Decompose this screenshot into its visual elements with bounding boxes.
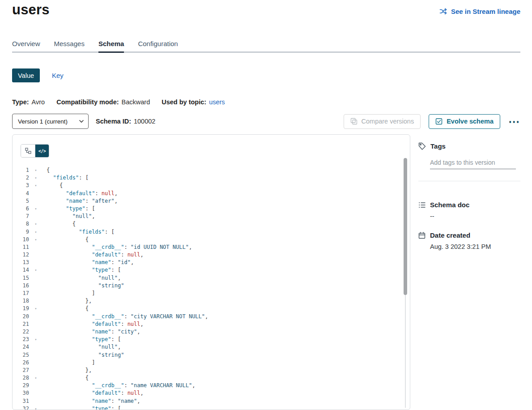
line-number: 9 bbox=[13, 228, 29, 236]
code-line: 16 "string" bbox=[13, 282, 403, 290]
fold-toggle-icon[interactable]: ▾ bbox=[33, 220, 38, 228]
code-view-button[interactable]: </> bbox=[35, 145, 49, 157]
line-number: 24 bbox=[13, 343, 29, 351]
code-line: 26 ] bbox=[13, 359, 403, 367]
line-number: 26 bbox=[13, 359, 29, 367]
scrollbar-thumb[interactable] bbox=[404, 158, 407, 295]
fold-toggle-icon[interactable]: ▾ bbox=[33, 228, 38, 236]
schema-doc-section: Schema doc -- bbox=[418, 201, 520, 220]
value-key-toggle: Value Key bbox=[12, 68, 64, 82]
fold-toggle-icon[interactable]: ▾ bbox=[33, 174, 38, 182]
line-number: 17 bbox=[13, 290, 29, 297]
tab-messages[interactable]: Messages bbox=[54, 40, 85, 51]
tab-overview[interactable]: Overview bbox=[12, 40, 40, 51]
compare-versions-label: Compare versions bbox=[362, 118, 414, 125]
code-text: "name": "city", bbox=[47, 329, 140, 335]
more-options-button[interactable]: ⋯ bbox=[507, 117, 520, 126]
schema-id-value: 100002 bbox=[134, 118, 155, 125]
fold-toggle-icon[interactable]: ▾ bbox=[33, 305, 38, 312]
code-line: 32▾ "type": [ bbox=[13, 405, 403, 410]
code-text: "type": [ bbox=[47, 336, 121, 342]
code-text: "default": null, bbox=[47, 390, 144, 396]
type-label: Type: bbox=[12, 98, 29, 106]
code-text: "default": null, bbox=[47, 190, 118, 196]
code-text: "null", bbox=[47, 275, 121, 281]
line-number: 7 bbox=[13, 213, 29, 220]
code-line: 8▾ { bbox=[13, 220, 403, 228]
code-line: 10▾ { bbox=[13, 236, 403, 243]
line-number: 5 bbox=[13, 197, 29, 205]
code-text: "type": [ bbox=[47, 267, 121, 273]
topic-link[interactable]: users bbox=[209, 98, 225, 106]
line-number: 12 bbox=[13, 251, 29, 259]
schema-doc-heading: Schema doc bbox=[430, 201, 469, 209]
tree-view-button[interactable] bbox=[21, 145, 35, 157]
code-line: 24 "null", bbox=[13, 343, 403, 351]
code-line: 14▾ "type": [ bbox=[13, 266, 403, 274]
code-text: "name": "id", bbox=[47, 259, 134, 265]
fold-toggle-icon[interactable]: ▾ bbox=[33, 205, 38, 213]
calendar-icon bbox=[418, 232, 426, 239]
code-line: 12 "default": null, bbox=[13, 251, 403, 259]
code-text: { bbox=[47, 305, 89, 312]
tags-input[interactable] bbox=[430, 157, 516, 169]
code-line: 5 "name": "after", bbox=[13, 197, 403, 205]
tab-configuration[interactable]: Configuration bbox=[138, 40, 178, 51]
line-number: 19 bbox=[13, 305, 29, 312]
code-line: 25 "string" bbox=[13, 351, 403, 359]
code-line: 20 "__crdb__": "city VARCHAR NOT NULL", bbox=[13, 313, 403, 320]
fold-toggle-icon[interactable]: ▾ bbox=[33, 236, 38, 243]
code-line: 11 "__crdb__": "id UUID NOT NULL", bbox=[13, 243, 403, 251]
compare-versions-button[interactable]: Compare versions bbox=[344, 114, 421, 129]
fold-toggle-icon[interactable]: ▾ bbox=[33, 266, 38, 274]
fold-toggle-icon[interactable]: ▾ bbox=[33, 374, 38, 382]
code-text: "type": [ bbox=[47, 406, 121, 410]
line-number: 6 bbox=[13, 205, 29, 213]
fold-toggle-icon[interactable]: ▾ bbox=[33, 167, 38, 174]
key-toggle-button[interactable]: Key bbox=[52, 72, 64, 79]
line-number: 11 bbox=[13, 243, 29, 251]
code-line: 31 "name": "name", bbox=[13, 397, 403, 405]
code-text: ] bbox=[47, 290, 95, 296]
code-line: 18 }, bbox=[13, 297, 403, 305]
line-number: 16 bbox=[13, 282, 29, 290]
code-text: { bbox=[47, 221, 76, 227]
tags-heading-row: Tags bbox=[418, 142, 520, 150]
tag-icon bbox=[418, 142, 426, 150]
used-by-topic-label: Used by topic: bbox=[162, 98, 206, 106]
code-text: ] bbox=[47, 359, 95, 366]
code-text: "__crdb__": "name VARCHAR NULL", bbox=[47, 382, 195, 389]
code-line: 7 "null", bbox=[13, 213, 403, 220]
schema-doc-value: -- bbox=[430, 213, 520, 220]
line-number: 28 bbox=[13, 374, 29, 382]
schema-id-label: Schema ID: bbox=[96, 118, 131, 125]
code-view-icon: </> bbox=[38, 149, 46, 154]
date-created-heading-row: Date created bbox=[418, 231, 520, 239]
line-number: 2 bbox=[13, 174, 29, 182]
sidebar-divider bbox=[418, 181, 520, 181]
line-number: 1 bbox=[13, 167, 29, 174]
line-number: 29 bbox=[13, 382, 29, 389]
version-select-wrap: Version 1 (current) bbox=[12, 114, 89, 129]
version-select[interactable]: Version 1 (current) bbox=[12, 114, 89, 129]
code-text: "type": [ bbox=[47, 205, 95, 212]
evolve-schema-button[interactable]: Evolve schema bbox=[429, 114, 500, 129]
line-number: 8 bbox=[13, 220, 29, 228]
code-line: 6▾ "type": [ bbox=[13, 205, 403, 213]
code-line: 3▾ { bbox=[13, 182, 403, 189]
fold-toggle-icon[interactable]: ▾ bbox=[33, 182, 38, 189]
code-line: 2▾ "fields": [ bbox=[13, 174, 403, 182]
tab-schema[interactable]: Schema bbox=[98, 40, 124, 51]
code-text: "default": null, bbox=[47, 252, 144, 258]
compatibility-value: Backward bbox=[122, 98, 150, 106]
schema-code-panel: </> 1▾{2▾ "fields": [3▾ {4 "default": nu… bbox=[12, 134, 410, 410]
code-text: { bbox=[47, 182, 63, 188]
line-number: 14 bbox=[13, 266, 29, 274]
code-text: "__crdb__": "id UUID NOT NULL", bbox=[47, 244, 192, 250]
stream-lineage-link[interactable]: See in Stream lineage bbox=[439, 7, 520, 15]
compare-versions-icon bbox=[350, 118, 358, 125]
value-toggle-button[interactable]: Value bbox=[12, 68, 40, 82]
fold-toggle-icon[interactable]: ▾ bbox=[33, 336, 38, 343]
fold-toggle-icon[interactable]: ▾ bbox=[33, 405, 38, 410]
code-text: { bbox=[47, 236, 89, 243]
